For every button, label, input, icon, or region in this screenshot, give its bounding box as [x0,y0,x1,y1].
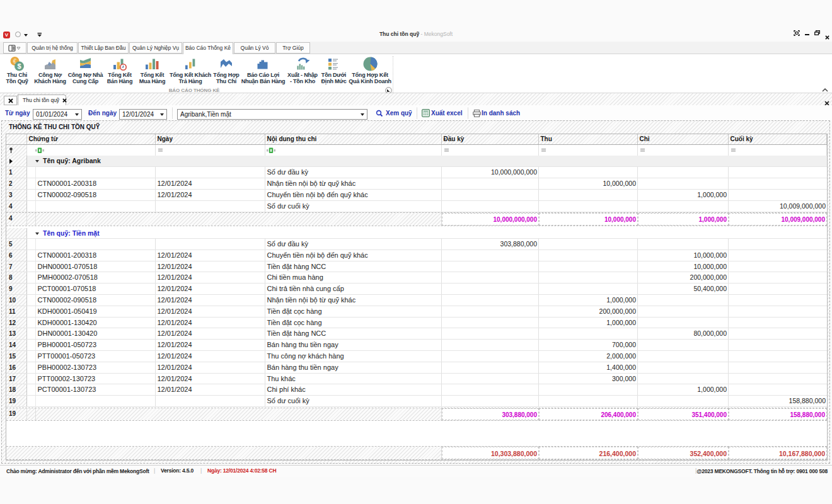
svg-text:$: $ [17,62,21,70]
